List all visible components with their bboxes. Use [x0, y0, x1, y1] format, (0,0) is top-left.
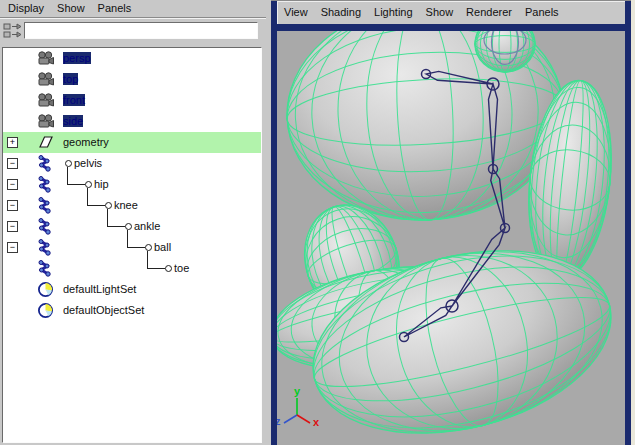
outliner-menu-panels[interactable]: Panels	[98, 2, 132, 17]
camera-icon	[37, 113, 55, 130]
joint-node-bullet	[125, 223, 132, 230]
outliner-item-pelvis[interactable]: −pelvis	[3, 153, 261, 174]
joint-node-bullet	[65, 160, 72, 167]
outliner-item-defaultObjectSet[interactable]: defaultObjectSet	[3, 300, 261, 321]
joint-node-bullet	[105, 202, 112, 209]
outliner-item-label: knee	[114, 199, 138, 211]
maya-window: DisplayShowPanels persptopfrontside+geom…	[0, 0, 635, 445]
outliner-item-label: defaultObjectSet	[63, 304, 144, 316]
joint-node-bullet	[145, 244, 152, 251]
joint-node-bullet	[85, 181, 92, 188]
collapse-box-ankle[interactable]: −	[7, 221, 18, 232]
joint-icon	[37, 197, 55, 214]
outliner-menu-display[interactable]: Display	[8, 2, 44, 17]
mesh-icon	[37, 134, 55, 151]
joint-icon	[37, 155, 55, 172]
viewport-menu-panels[interactable]: Panels	[525, 6, 559, 24]
outliner-item-label: ankle	[134, 220, 160, 232]
outliner-item-label: persp	[63, 52, 91, 64]
camera-icon	[37, 71, 55, 88]
axis-triad: yzx	[277, 385, 320, 428]
outliner-tree: persptopfrontside+geometry−pelvis−hip−kn…	[2, 47, 262, 443]
outliner-item-top[interactable]: top	[3, 69, 261, 90]
outliner-item-label: toe	[174, 262, 189, 274]
window-edge	[631, 0, 635, 445]
tree-connector	[127, 230, 128, 247]
viewport-menu-lighting[interactable]: Lighting	[374, 6, 413, 24]
tree-connector	[87, 205, 105, 206]
outliner-item-toe[interactable]: toe	[3, 258, 261, 279]
joint-icon	[37, 176, 55, 193]
axis-x-label: x	[313, 416, 320, 428]
tree-connector	[147, 268, 165, 269]
outliner-item-label: side	[63, 115, 83, 127]
outliner-item-label: geometry	[63, 136, 109, 148]
joint-icon	[37, 239, 55, 256]
outliner-filter-input[interactable]	[24, 22, 258, 39]
joint-icon	[37, 218, 55, 235]
tree-connector	[147, 251, 148, 268]
outliner-menubar: DisplayShowPanels	[0, 0, 266, 17]
joint-icon	[37, 260, 55, 277]
outliner-item-hip[interactable]: −hip	[3, 174, 261, 195]
outliner-item-geometry[interactable]: +geometry	[3, 132, 261, 153]
joint-node-bullet	[165, 265, 172, 272]
viewport-menubar: ViewShadingLightingShowRendererPanels	[277, 1, 625, 24]
outliner-menu-show[interactable]: Show	[57, 2, 85, 17]
axis-z-label: z	[277, 415, 281, 427]
outliner-display-icon	[3, 22, 22, 41]
outliner-item-defaultLightSet[interactable]: defaultLightSet	[3, 279, 261, 300]
outliner-item-ball[interactable]: −ball	[3, 237, 261, 258]
outliner-item-knee[interactable]: −knee	[3, 195, 261, 216]
outliner-item-label: hip	[94, 178, 109, 190]
outliner-item-label: ball	[154, 241, 171, 253]
outliner-item-ankle[interactable]: −ankle	[3, 216, 261, 237]
axis-z	[284, 415, 297, 423]
viewport-active-border	[277, 24, 625, 31]
outliner-item-label: top	[63, 73, 78, 85]
tree-connector	[87, 188, 88, 205]
collapse-box-ball[interactable]: −	[7, 242, 18, 253]
character-mesh	[277, 31, 625, 445]
collapse-box-pelvis[interactable]: −	[7, 158, 18, 169]
viewport-menu-show[interactable]: Show	[426, 6, 454, 24]
tree-connector	[67, 184, 85, 185]
viewport-canvas[interactable]: yzx	[277, 31, 625, 445]
expand-box-geometry[interactable]: +	[7, 137, 18, 148]
outliner-item-label: defaultLightSet	[63, 283, 136, 295]
camera-icon	[37, 92, 55, 109]
axis-y-label: y	[294, 385, 301, 397]
tree-connector	[127, 247, 145, 248]
viewport-menu-shading[interactable]: Shading	[321, 6, 361, 24]
tree-connector	[107, 209, 108, 226]
viewport-menu-renderer[interactable]: Renderer	[466, 6, 512, 24]
tree-connector	[67, 167, 68, 184]
outliner-item-label: pelvis	[74, 157, 102, 169]
viewport-menu-view[interactable]: View	[284, 6, 308, 24]
outliner-item-front[interactable]: front	[3, 90, 261, 111]
outliner-toolbar	[0, 19, 266, 46]
set-icon	[37, 281, 55, 298]
outliner-item-side[interactable]: side	[3, 111, 261, 132]
collapse-box-knee[interactable]: −	[7, 200, 18, 211]
set-icon	[37, 302, 55, 319]
camera-icon	[37, 50, 55, 67]
axis-x	[297, 415, 310, 423]
tree-connector	[107, 226, 125, 227]
outliner-item-persp[interactable]: persp	[3, 48, 261, 69]
outliner-item-label: front	[63, 94, 85, 106]
collapse-box-hip[interactable]: −	[7, 179, 18, 190]
